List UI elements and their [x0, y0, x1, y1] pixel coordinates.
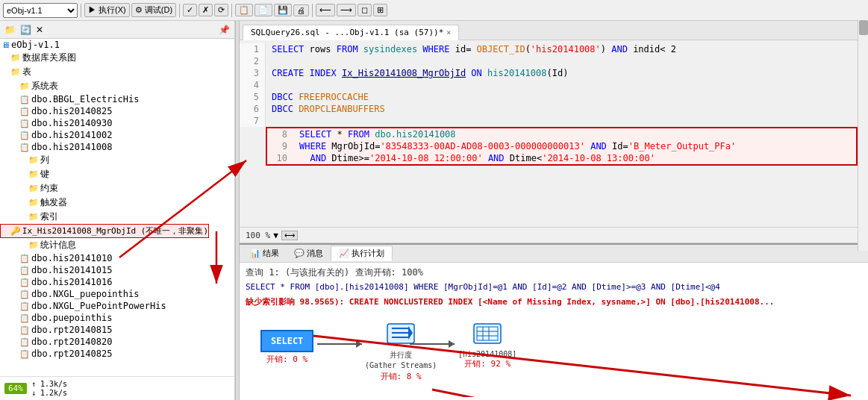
bottom-tab-bar: 📊 结果 💬 消息 📈 执行计划 — [240, 245, 868, 263]
toolbar-sep-4 — [312, 4, 313, 17]
tree-item-puepointhis[interactable]: 📋 dbo.puepointhis — [0, 312, 234, 324]
tree-item-his0825[interactable]: 📋 dbo.his20140825 — [0, 105, 234, 117]
missing-index-hint: 缺少索引影响 98.9565): CREATE NONCLUSTERED IND… — [246, 296, 862, 309]
tree-item-constraints[interactable]: 📁 约束 — [0, 181, 234, 196]
svg-line-12 — [432, 390, 768, 397]
code-editor[interactable]: 1 SELECT rows FROM sysindexes WHERE id= … — [240, 40, 858, 227]
tree-item-rpt0815[interactable]: 📋 dbo.rpt20140815 — [0, 324, 234, 336]
left-pin-btn[interactable]: 📌 — [217, 25, 231, 35]
toolbar-btn-10[interactable]: ◻ — [357, 4, 372, 16]
tree-item-his1015[interactable]: 📋 dbo.his20141015 — [0, 264, 234, 276]
toolbar-btn-4[interactable]: 📋 — [235, 4, 253, 16]
tree-item-keys[interactable]: 📁 键 — [0, 167, 234, 181]
tree-item-stats[interactable]: 📁 统计信息 — [0, 238, 234, 252]
toolbar-btn-2[interactable]: ✗ — [199, 4, 213, 16]
code-line-3: 3 CREATE INDEX Ix_His20141008_MgrObjId O… — [240, 67, 858, 79]
results-tab[interactable]: 📊 结果 — [243, 246, 287, 260]
editor-tab-bar: SQLQuery26.sql - ...Obj-v1.1 (sa (57))* … — [240, 21, 868, 40]
code-line-10: 10 AND Dtime>='2014-10-08 12:00:00' AND … — [267, 152, 856, 164]
code-line-7: 7 — [240, 115, 858, 127]
tree-item-his0930[interactable]: 📋 dbo.his20140930 — [0, 117, 234, 129]
tree-item-dbrels[interactable]: 📁 数据库关系图 — [0, 51, 234, 65]
cpu-badge: 64% — [4, 383, 27, 394]
code-line-2: 2 — [240, 55, 858, 67]
highlighted-block: 8 SELECT * FROM dbo.his20141008 9 WHERE … — [266, 127, 858, 166]
zoom-level: 100 % — [246, 231, 270, 240]
main-vscroll[interactable] — [858, 21, 868, 251]
query-sql: SELECT * FROM [dbo].[his20141008] WHERE … — [246, 281, 862, 294]
arrow-streams-scan — [410, 343, 455, 345]
tree-item-indexes[interactable]: 📁 索引 — [0, 210, 234, 224]
left-toolbar-btn-1[interactable]: 📁 — [3, 25, 17, 35]
tree-item-tables[interactable]: 📁 表 — [0, 65, 234, 79]
toolbar-btn-5[interactable]: 📄 — [255, 4, 272, 16]
sql-tab-label: SQLQuery26.sql - ...Obj-v1.1 (sa (57))* — [251, 28, 443, 37]
tree-item-systables[interactable]: 📁 系统表 — [0, 79, 234, 93]
left-toolbar-btn-2[interactable]: 🔄 — [19, 25, 33, 35]
zoom-sep: ▼ — [273, 231, 278, 240]
messages-tab-label: 消息 — [307, 248, 323, 259]
tree-item-his1002[interactable]: 📋 dbo.his20141002 — [0, 129, 234, 141]
tree-item-ix-his1008[interactable]: 🔑 Ix_His20141008_MgrObjId (不唯一，非聚集) — [0, 224, 209, 238]
streams-icon — [386, 322, 416, 345]
messages-tab[interactable]: 💬 消息 — [287, 246, 331, 260]
bottom-panel: 📊 结果 💬 消息 📈 执行计划 查询 1: (与该批有关 — [240, 243, 868, 400]
query-info: 查询 1: (与该批有关的) 查询开销: 100% — [246, 266, 862, 279]
tree-item-his1016[interactable]: 📋 dbo.his20141016 — [0, 276, 234, 288]
debug-button[interactable]: ⚙ 调试(D) — [131, 3, 176, 17]
streams-label: 并行度(Gather Streams) — [365, 350, 437, 371]
sql-tab[interactable]: SQLQuery26.sql - ...Obj-v1.1 (sa (57))* … — [243, 25, 459, 40]
scan-label: [his20141008] — [458, 350, 516, 358]
code-line-6: 6 DBCC DROPCLEANBUFFERS — [240, 103, 858, 115]
scan-icon — [472, 322, 502, 345]
speed-info: ↑ 1.3k/s ↓ 1.2k/s — [31, 380, 67, 397]
code-line-9: 9 WHERE MgrObjId='83548333-00AD-AD08-000… — [267, 140, 856, 152]
results-tab-label: 结果 — [263, 248, 279, 259]
toolbar-btn-11[interactable]: ⊞ — [373, 4, 387, 16]
streams-node: 并行度(Gather Streams) 开销: 8 % — [365, 322, 437, 382]
tree-item-eobj[interactable]: 🖥 eObj-v1.1 — [0, 39, 234, 51]
exec-plan-tab-label: 执行计划 — [352, 248, 384, 259]
toolbar-btn-1[interactable]: ✓ — [183, 4, 197, 16]
connection-selector[interactable]: eObj-v1.1 — [3, 3, 78, 18]
scan-node: [his20141008] 开销: 92 % — [458, 322, 516, 369]
toolbar-btn-8[interactable]: ⟵ — [316, 4, 335, 16]
select-label: SELECT — [271, 336, 303, 346]
zoom-bar: 100 % ▼ ⟷ — [240, 227, 868, 243]
select-box: SELECT — [260, 330, 313, 352]
toolbar-btn-9[interactable]: ⟶ — [337, 4, 356, 16]
exec-plan-tab[interactable]: 📈 执行计划 — [331, 246, 393, 261]
arrow-select-streams — [317, 343, 362, 345]
code-line-8: 8 SELECT * FROM dbo.his20141008 — [267, 128, 856, 140]
select-node: SELECT 开销: 0 % — [260, 330, 313, 365]
left-toolbar-btn-3[interactable]: ✕ — [34, 25, 45, 35]
tree-item-rpt0820[interactable]: 📋 dbo.rpt20140820 — [0, 336, 234, 348]
toolbar-sep-2 — [179, 4, 180, 17]
tree-item-cols[interactable]: 📁 列 — [0, 153, 234, 167]
tree-item-bbgl[interactable]: 📋 dbo.BBGL_ElectricHis — [0, 93, 234, 105]
object-tree: 🖥 eObj-v1.1 📁 数据库关系图 📁 表 📁 系统表 📋 — [0, 39, 234, 376]
execution-plan-diagram: SELECT 开销: 0 % — [246, 315, 862, 397]
tree-item-rpt0825[interactable]: 📋 dbo.rpt20140825 — [0, 348, 234, 360]
tree-item-nxgl-pue-power[interactable]: 📋 dbo.NXGL_PuePointPowerHis — [0, 300, 234, 312]
tree-item-his1010[interactable]: 📋 dbo.his20141010 — [0, 252, 234, 264]
toolbar-btn-7[interactable]: 🖨 — [293, 4, 309, 16]
streams-cost: 开销: 8 % — [381, 371, 422, 382]
toolbar-sep-3 — [231, 4, 232, 17]
execute-button[interactable]: ▶ 执行(X) — [84, 3, 130, 17]
code-line-5: 5 DBCC FREEPROCCACHE — [240, 91, 858, 103]
execution-plan-content: 查询 1: (与该批有关的) 查询开销: 100% SELECT * FROM … — [240, 263, 868, 400]
code-line-4: 4 — [240, 79, 858, 91]
tree-item-triggers[interactable]: 📁 触发器 — [0, 196, 234, 210]
toolbar-btn-3[interactable]: ⟳ — [214, 4, 228, 16]
zoom-fit-btn[interactable]: ⟷ — [281, 231, 298, 240]
code-line-1: 1 SELECT rows FROM sysindexes WHERE id= … — [240, 43, 858, 55]
toolbar-btn-6[interactable]: 💾 — [274, 4, 292, 16]
sql-tab-close[interactable]: × — [446, 28, 451, 37]
select-cost: 开销: 0 % — [266, 354, 307, 365]
scan-cost: 开销: 92 % — [464, 358, 511, 369]
tree-item-nxgl-pue[interactable]: 📋 dbo.NXGL_puepointhis — [0, 288, 234, 300]
left-status: 64% ↑ 1.3k/s ↓ 1.2k/s — [0, 376, 234, 400]
tree-item-his1008[interactable]: 📋 dbo.his20141008 — [0, 141, 234, 153]
toolbar-sep-1 — [81, 4, 81, 17]
